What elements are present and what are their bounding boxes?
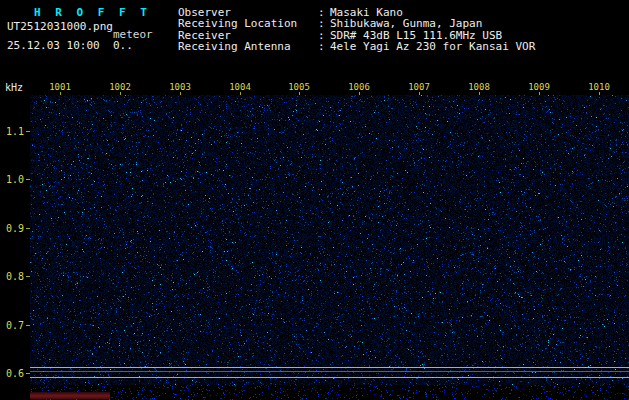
time-tick-label: 1006	[348, 82, 370, 92]
freq-unit-label: kHz	[5, 82, 23, 93]
time-tick-label: 1007	[408, 82, 430, 92]
time-tick-label: 1002	[109, 82, 131, 92]
info-colon: :	[318, 18, 330, 29]
spectrogram-canvas	[30, 95, 629, 400]
info-label: Receiving Location	[178, 18, 318, 29]
time-tick-label: 1001	[49, 82, 71, 92]
freq-tick-label: 0.8	[0, 271, 24, 282]
info-value: Shibukawa, Gunma, Japan	[330, 18, 535, 29]
station-info: Observer : Masaki Kano Receiving Locatio…	[178, 7, 535, 52]
carrier-line	[30, 367, 629, 368]
timestamp-label: 25.12.03 10:00 0..	[7, 39, 133, 52]
time-tick-label: 1010	[588, 82, 610, 92]
signal-level-bar	[30, 392, 110, 399]
time-tick-label: 1009	[528, 82, 550, 92]
time-tick-label: 1008	[468, 82, 490, 92]
time-tick-label: 1003	[169, 82, 191, 92]
time-tick-label: 1004	[229, 82, 251, 92]
freq-tick-label: 0.7	[0, 320, 24, 331]
freq-tick-label: 1.1	[0, 126, 24, 137]
filename-label: UT2512031000.png	[7, 20, 113, 33]
carrier-line	[30, 371, 629, 372]
freq-tick-label: 0.9	[0, 223, 24, 234]
info-colon: :	[318, 41, 330, 52]
freq-tick-label: 1.0	[0, 174, 24, 185]
info-label: Receiving Antenna	[178, 41, 318, 52]
carrier-line	[30, 377, 629, 378]
freq-tick-label: 0.6	[0, 368, 24, 379]
info-value: 4ele Yagi Az 230 for Kansai VOR	[330, 41, 535, 52]
time-tick-label: 1005	[288, 82, 310, 92]
time-axis: 1001 1002 1003 1004 1005 1006 1007 1008 …	[30, 81, 629, 95]
app-title: H R O F F T	[34, 6, 151, 19]
